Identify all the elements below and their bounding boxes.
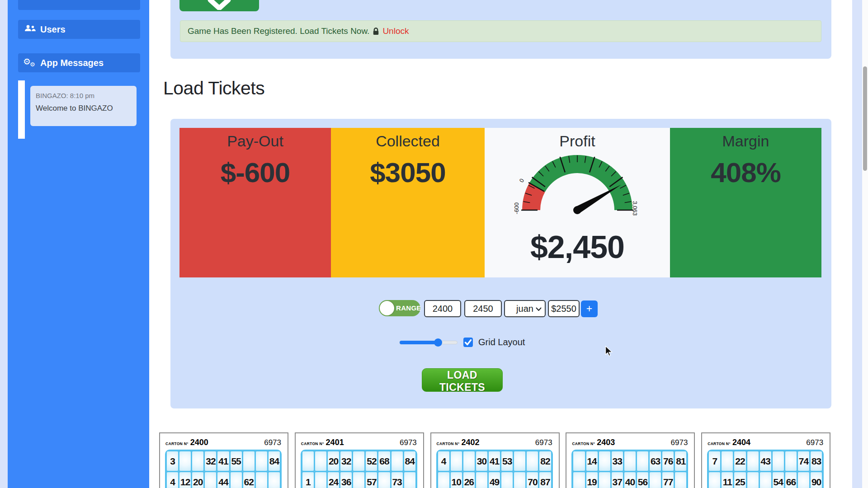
bingo-cell: 24 <box>328 472 339 488</box>
bingo-cell: 52 <box>366 451 377 471</box>
mouse-cursor <box>605 346 613 357</box>
bingo-cell <box>514 451 525 471</box>
chevron-down-icon <box>207 0 232 10</box>
bingo-cell: 70 <box>527 472 538 488</box>
carton-number: 2401 <box>326 438 344 447</box>
add-range-button[interactable]: + <box>581 300 598 317</box>
stat-label: Profit <box>485 132 670 150</box>
bingo-cell: 32 <box>205 451 216 471</box>
bingo-cell: 36 <box>340 472 352 488</box>
bingo-cell <box>179 451 191 471</box>
profit-value: $2,450 <box>485 229 670 265</box>
carton-number: 2400 <box>190 438 208 447</box>
svg-text:3,063: 3,063 <box>632 201 638 216</box>
bingo-card-header: CARTON N°24026973 <box>431 433 559 450</box>
registered-button[interactable] <box>179 0 259 11</box>
bingo-card-header: CARTON N°24036973 <box>566 433 694 450</box>
bingo-cell <box>315 472 326 488</box>
bingo-cell: 37 <box>612 472 623 488</box>
sidebar: Users ⚙⚙ App Messages BINGAZO: 8:10 pm W… <box>8 0 149 488</box>
carton-serial: 6973 <box>671 438 688 447</box>
bingo-cell: 54 <box>773 472 784 488</box>
message-accent-bar <box>18 80 25 139</box>
bingo-cell <box>573 472 585 488</box>
toggle-knob[interactable] <box>380 301 394 315</box>
bingo-cell <box>599 451 610 471</box>
carton-number: 2404 <box>732 438 750 447</box>
grid-layout-checkbox[interactable] <box>463 338 473 347</box>
seller-select[interactable]: juan <box>504 300 546 317</box>
sidebar-item-users[interactable]: Users <box>18 20 140 39</box>
app-root: Users ⚙⚙ App Messages BINGAZO: 8:10 pm W… <box>0 0 868 488</box>
bingo-cell <box>709 472 720 488</box>
bingo-cell: 41 <box>217 451 229 471</box>
bingo-cell: 26 <box>463 472 475 488</box>
bingo-cell <box>747 451 759 471</box>
bingo-cell: 1 <box>302 472 314 488</box>
carton-serial: 6973 <box>400 438 417 447</box>
bingo-cell: 57 <box>366 472 377 488</box>
carton-number: 2403 <box>597 438 615 447</box>
bingo-cell: 43 <box>760 451 771 471</box>
bingo-cell <box>785 451 797 471</box>
bingo-cell: 33 <box>612 451 623 471</box>
bingo-cell <box>243 451 255 471</box>
bingo-cell: 32 <box>340 451 352 471</box>
stat-tile-profit: Profit -60003,063 $2,450 <box>485 128 670 277</box>
ticket-from-input[interactable] <box>424 300 461 317</box>
bingo-card: CARTON N°2403697314336376811937405677 <box>566 432 695 488</box>
bingo-cell <box>231 472 242 488</box>
bingo-cell <box>722 451 733 471</box>
bingo-cell <box>747 472 759 488</box>
bingo-cell <box>637 451 648 471</box>
bingo-card: CARTON N°24006973332415584412204462 <box>159 432 288 488</box>
bingo-cell: 49 <box>489 472 500 488</box>
bingo-cell: 3 <box>167 451 178 471</box>
scrollbar-thumb[interactable] <box>863 66 867 171</box>
carton-prefix: CARTON N° <box>572 441 595 446</box>
bingo-card: CARTON N°240169732032526884124365773 <box>295 432 424 488</box>
bingo-cell: 87 <box>539 472 551 488</box>
scrollbar-track[interactable] <box>862 0 868 488</box>
bingo-cell: 68 <box>378 451 390 471</box>
unlock-link[interactable]: Unlock <box>382 26 409 36</box>
bingo-cell <box>205 472 216 488</box>
grid-layout-label: Grid Layout <box>478 338 525 347</box>
svg-text:-600: -600 <box>513 202 520 214</box>
bingo-cell: 7 <box>709 451 720 471</box>
bingo-cell: 40 <box>624 472 636 488</box>
registration-alert: Game Has Been Registered. Load Tickets N… <box>180 20 821 42</box>
bingo-cell: 74 <box>798 451 809 471</box>
bingo-cell <box>624 451 636 471</box>
ticket-to-input[interactable] <box>464 300 502 317</box>
range-toggle[interactable]: RANGE <box>379 300 420 316</box>
bingo-cell <box>501 472 513 488</box>
load-tickets-button[interactable]: LOAD TICKETS <box>422 368 503 392</box>
bingo-cell <box>463 451 475 471</box>
sidebar-item-app-messages[interactable]: ⚙⚙ App Messages <box>18 53 140 72</box>
size-slider[interactable] <box>399 341 458 344</box>
page-title: Load Tickets <box>163 78 264 99</box>
sidebar-item-partial[interactable] <box>18 0 140 10</box>
check-icon <box>463 338 473 347</box>
carton-prefix: CARTON N° <box>708 441 731 446</box>
bingo-cell <box>573 451 585 471</box>
bingo-cell: 56 <box>637 472 648 488</box>
sidebar-item-label: App Messages <box>40 58 104 68</box>
bingo-cell: 73 <box>392 472 403 488</box>
bingo-cell: 77 <box>662 472 674 488</box>
bingo-cell: 82 <box>539 451 551 471</box>
bingo-cell <box>353 472 364 488</box>
bingo-cell <box>675 472 686 488</box>
bingo-cell: 30 <box>476 451 487 471</box>
carton-number: 2402 <box>461 438 479 447</box>
bingo-cell <box>256 451 267 471</box>
stat-value: 408% <box>670 156 821 188</box>
bingo-cell: 20 <box>328 451 339 471</box>
carton-prefix: CARTON N° <box>301 441 324 446</box>
slider-thumb[interactable] <box>434 338 442 347</box>
svg-text:0: 0 <box>518 178 526 184</box>
price-input[interactable] <box>548 300 580 317</box>
bingo-cell <box>599 472 610 488</box>
bingo-cell: 10 <box>451 472 462 488</box>
